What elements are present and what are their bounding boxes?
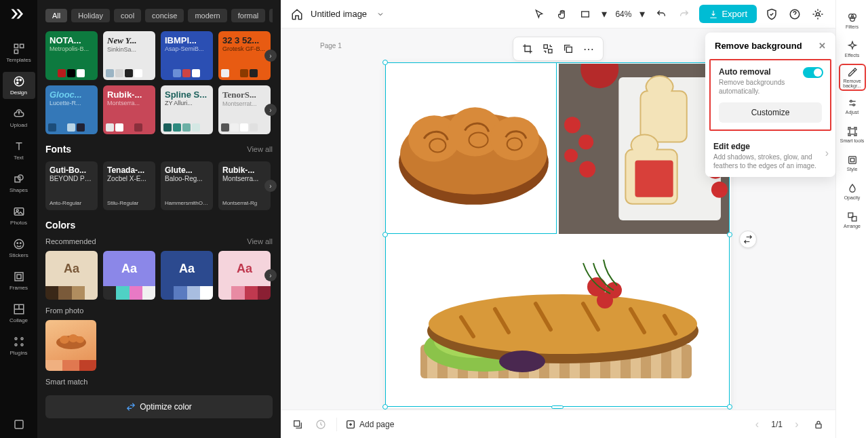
optimize-color-button[interactable]: Optimize color: [45, 395, 273, 418]
nav-upload[interactable]: Upload: [3, 104, 35, 132]
next-arrow-icon[interactable]: ›: [264, 104, 277, 116]
svg-rect-2: [14, 50, 18, 54]
rail-opacity[interactable]: Opacity: [839, 178, 866, 205]
chip-all[interactable]: All: [45, 9, 67, 22]
layers-icon[interactable]: [290, 417, 305, 432]
duplicate-icon[interactable]: [559, 40, 577, 58]
chip-cool[interactable]: cool: [114, 9, 141, 22]
nav-text[interactable]: Text: [3, 137, 35, 164]
customize-button[interactable]: Customize: [719, 102, 822, 123]
svg-point-46: [578, 134, 593, 149]
svg-point-58: [429, 294, 697, 354]
settings-icon[interactable]: [810, 6, 826, 22]
type-preset-card[interactable]: 32 3 52...Grotesk GF-B...: [218, 31, 271, 80]
timeline-icon[interactable]: [313, 417, 328, 432]
rail-arrange[interactable]: Arrange: [839, 206, 866, 233]
hand-tool-icon[interactable]: [554, 6, 570, 22]
svg-point-61: [597, 292, 613, 308]
shield-icon[interactable]: [764, 6, 780, 22]
rail-filters[interactable]: Filters: [839, 7, 866, 34]
type-preset-card[interactable]: IBMPl...Asap-SemiB...: [161, 31, 213, 80]
nav-photos[interactable]: Photos: [3, 202, 35, 229]
select-tool-icon[interactable]: [531, 6, 547, 22]
font-preset-card[interactable]: Glute...Baloo-Reg...HammersmithOn...: [161, 161, 213, 210]
lock-icon[interactable]: [811, 417, 826, 432]
fonts-heading: Fonts: [45, 144, 71, 155]
help-icon[interactable]: [787, 6, 803, 22]
type-preset-card[interactable]: NOTA...Metropolis-B...: [45, 31, 98, 80]
next-arrow-icon[interactable]: ›: [264, 269, 277, 281]
svg-point-47: [564, 149, 578, 163]
canvas-page[interactable]: [385, 62, 731, 408]
close-icon[interactable]: ✕: [818, 41, 826, 51]
colors-view-all[interactable]: View all: [247, 237, 273, 245]
chip-concise[interactable]: concise: [145, 9, 184, 22]
chip-modern[interactable]: modern: [188, 9, 226, 22]
svg-rect-66: [816, 424, 821, 428]
image-baguette[interactable]: [387, 236, 730, 406]
image-bread-roll[interactable]: [387, 64, 557, 234]
chip-holiday[interactable]: Holiday: [71, 9, 110, 22]
edit-edge-title: Edit edge: [713, 142, 827, 151]
nav-plugins[interactable]: Plugins: [3, 332, 35, 359]
type-preset-card[interactable]: Rubik-...Montserra...: [103, 85, 155, 134]
svg-rect-30: [549, 49, 552, 53]
title-dropdown-icon[interactable]: [374, 7, 387, 21]
image-toast-jam[interactable]: [559, 64, 729, 234]
nav-design[interactable]: Design: [3, 72, 35, 99]
home-icon[interactable]: [290, 7, 304, 21]
redo-icon[interactable]: [676, 6, 692, 22]
zoom-dropdown-icon[interactable]: ▾: [638, 6, 646, 22]
chip-cute[interactable]: cute: [269, 9, 273, 22]
color-preset-card[interactable]: Aa: [45, 251, 98, 300]
chip-formal[interactable]: formal: [231, 9, 266, 22]
font-preset-card[interactable]: Guti-Bo...BEYOND PRO...Anto-Regular: [45, 161, 98, 210]
color-preset-card[interactable]: Aa: [218, 251, 271, 300]
font-preset-card[interactable]: Tenada-...Zocbel X-E...Stilu-Regular: [103, 161, 155, 210]
next-arrow-icon[interactable]: ›: [264, 180, 277, 192]
rail-style[interactable]: Style: [839, 149, 866, 176]
crop-icon[interactable]: [519, 40, 536, 58]
rail-smart-tools[interactable]: Smart tools: [839, 121, 866, 148]
type-preset-card[interactable]: New Y...SinkinSa...: [103, 31, 155, 80]
edit-edge-section[interactable]: Edit edge Add shadows, strokes, glow, an…: [705, 135, 835, 177]
color-preset-card[interactable]: Aa: [161, 251, 213, 300]
type-preset-card[interactable]: Spline S...ZY Alluri...: [161, 85, 213, 134]
recommended-label: Recommended: [45, 237, 96, 245]
type-preset-card[interactable]: Glooc...Lucette-R...: [45, 85, 98, 134]
fit-dropdown-icon[interactable]: ▾: [600, 6, 608, 22]
color-preset-card[interactable]: Aa: [103, 251, 155, 300]
svg-point-3: [14, 77, 24, 86]
svg-point-19: [15, 344, 17, 346]
zoom-level[interactable]: 64%: [615, 9, 631, 19]
fonts-view-all[interactable]: View all: [247, 145, 273, 153]
add-page-button[interactable]: Add page: [345, 419, 394, 430]
nav-templates[interactable]: Templates: [3, 39, 35, 66]
svg-point-71: [852, 104, 854, 106]
auto-removal-toggle[interactable]: [803, 67, 823, 78]
rail-remove-bg[interactable]: Remove backgr...: [839, 64, 866, 91]
fit-icon[interactable]: [577, 6, 593, 22]
replace-icon[interactable]: [539, 40, 557, 58]
undo-icon[interactable]: [653, 6, 669, 22]
design-panel: All Holiday cool concise modern formal c…: [37, 0, 281, 438]
more-icon[interactable]: ⋯: [580, 40, 597, 58]
svg-rect-74: [850, 158, 854, 161]
font-preset-card[interactable]: Rubik-...Montserra...Montserrat-Rg: [218, 161, 271, 210]
nav-bottom-icon[interactable]: [3, 411, 35, 438]
document-title[interactable]: Untitled image: [311, 9, 367, 19]
next-arrow-icon[interactable]: ›: [264, 49, 277, 62]
nav-stickers[interactable]: Stickers: [3, 235, 35, 262]
next-page-icon[interactable]: ›: [789, 417, 804, 432]
nav-shapes[interactable]: Shapes: [3, 170, 35, 197]
type-preset-card[interactable]: TenorS...Montserrat...: [218, 85, 271, 134]
rail-adjust[interactable]: Adjust: [839, 92, 866, 119]
prev-page-icon[interactable]: ‹: [749, 417, 764, 432]
from-photo-card[interactable]: [45, 320, 96, 371]
rail-effects[interactable]: Effects: [839, 35, 866, 62]
app-logo[interactable]: [9, 7, 29, 27]
nav-collage[interactable]: Collage: [3, 300, 35, 327]
nav-frames[interactable]: Frames: [3, 267, 35, 294]
export-button[interactable]: Export: [699, 5, 757, 23]
flip-button[interactable]: [739, 231, 757, 248]
